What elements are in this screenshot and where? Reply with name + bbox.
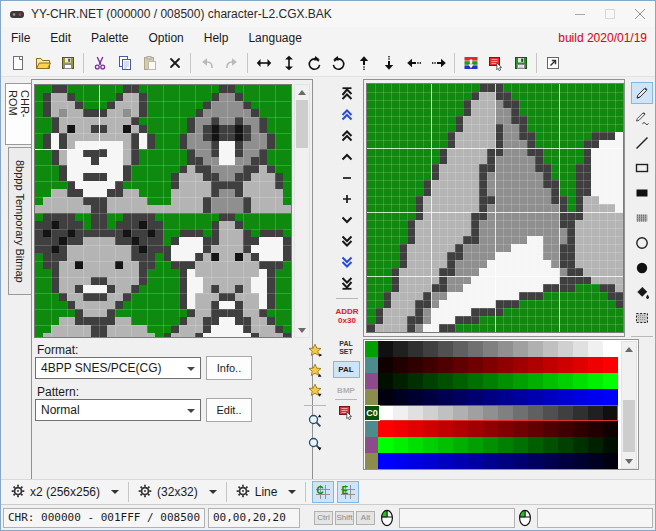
palette-color-cell[interactable] (558, 389, 573, 405)
palette-color-cell[interactable] (573, 437, 588, 453)
palette-color-cell[interactable] (438, 357, 453, 373)
palette-color-cell[interactable] (423, 357, 438, 373)
tool-fill-bucket-button[interactable] (631, 282, 653, 304)
palette-color-cell[interactable] (543, 405, 558, 421)
palette-color-cell[interactable] (378, 357, 393, 373)
toolbar-rotate-right-button[interactable] (326, 51, 351, 75)
palette-color-cell[interactable] (498, 421, 513, 437)
toolbar-save-image-button[interactable] (508, 51, 533, 75)
bookmark-down-button[interactable] (303, 381, 327, 400)
toolbar-shift-up-button[interactable] (351, 51, 376, 75)
palette-color-cell[interactable] (468, 405, 483, 421)
toolbar-shift-down-button[interactable] (376, 51, 401, 75)
palette-color-cell[interactable] (543, 421, 558, 437)
palette-color-cell[interactable] (483, 389, 498, 405)
palette-color-cell[interactable] (588, 341, 603, 357)
toolbar-rgb-shift-button[interactable] (458, 51, 483, 75)
palette-color-cell[interactable] (558, 357, 573, 373)
palette-color-cell[interactable] (528, 421, 543, 437)
addr-top-button[interactable] (335, 84, 359, 104)
palette-color-cell[interactable] (543, 437, 558, 453)
palette-color-cell[interactable] (453, 453, 468, 469)
palette-color-cell[interactable] (483, 357, 498, 373)
palette-color-cell[interactable] (483, 405, 498, 421)
toolbar-shift-right-button[interactable] (426, 51, 451, 75)
palette-color-cell[interactable] (438, 453, 453, 469)
palette-color-cell[interactable] (378, 453, 393, 469)
toolbar-open-button[interactable] (30, 51, 55, 75)
palette-row-header[interactable] (365, 453, 378, 469)
palette-color-cell[interactable] (603, 357, 618, 373)
palette-color-cell[interactable] (423, 437, 438, 453)
palette-color-cell[interactable] (408, 453, 423, 469)
palette-scrollbar[interactable] (621, 341, 637, 469)
palette-color-cell[interactable] (603, 421, 618, 437)
palette-color-cell[interactable] (393, 405, 408, 421)
scroll-up-icon[interactable] (295, 85, 309, 99)
palette-color-cell[interactable] (408, 341, 423, 357)
palette-color-cell[interactable] (483, 437, 498, 453)
palette-row-header[interactable] (365, 341, 378, 357)
palette-color-cell[interactable] (513, 357, 528, 373)
palette-color-cell[interactable] (453, 373, 468, 389)
palette-color-cell[interactable] (468, 453, 483, 469)
chr-scroll-thumb[interactable] (296, 100, 308, 148)
palette-color-cell[interactable] (513, 405, 528, 421)
palette-color-cell[interactable] (513, 341, 528, 357)
tool-ellipse-fill-button[interactable] (631, 257, 653, 279)
tool-ellipse-outline-button[interactable] (631, 232, 653, 254)
palette-color-cell[interactable] (603, 341, 618, 357)
palette-color-cell[interactable] (543, 389, 558, 405)
palette-color-cell[interactable] (588, 453, 603, 469)
palette-color-cell[interactable] (528, 357, 543, 373)
close-button[interactable] (625, 1, 655, 27)
palette-color-cell[interactable] (498, 389, 513, 405)
palette-color-cell[interactable] (573, 357, 588, 373)
palette-color-cell[interactable] (528, 389, 543, 405)
toolbar-flip-h-button[interactable] (251, 51, 276, 75)
addr-up-fast-button[interactable] (335, 105, 359, 125)
palette-color-cell[interactable] (588, 421, 603, 437)
palette-row-header[interactable] (365, 389, 378, 405)
palette-color-cell[interactable] (498, 405, 513, 421)
bmp-mode-button[interactable]: BMP (337, 386, 355, 395)
palette-color-cell[interactable] (513, 421, 528, 437)
palette-color-cell[interactable] (393, 453, 408, 469)
toolbar-external-window-button[interactable] (540, 51, 565, 75)
toolbar-flip-v-button[interactable] (276, 51, 301, 75)
palette-color-cell[interactable] (393, 389, 408, 405)
zoom-out-button[interactable] (303, 433, 327, 455)
palette-color-cell[interactable] (453, 437, 468, 453)
palette-color-cell[interactable] (528, 453, 543, 469)
palette-color-cell[interactable] (573, 453, 588, 469)
tile-size-dropdown[interactable]: (32x32) (132, 484, 223, 501)
palette-color-cell[interactable] (423, 421, 438, 437)
tool-pen-dither-button[interactable] (631, 107, 653, 129)
palette-color-cell[interactable] (393, 341, 408, 357)
addr-minus-button[interactable] (335, 168, 359, 188)
palette-color-cell[interactable] (603, 405, 618, 421)
format-dropdown[interactable]: 4BPP SNES/PCE(CG) (35, 357, 201, 379)
palette-color-cell[interactable] (468, 373, 483, 389)
menu-item-edit[interactable]: Edit (40, 27, 81, 49)
toolbar-undo-button[interactable] (194, 51, 219, 75)
palette-color-cell[interactable] (378, 405, 393, 421)
addr-down-button[interactable] (335, 210, 359, 230)
palette-color-cell[interactable] (603, 373, 618, 389)
palette-color-cell[interactable] (378, 437, 393, 453)
menu-item-language[interactable]: Language (238, 27, 311, 49)
palette-color-cell[interactable] (558, 421, 573, 437)
palette-row-header[interactable] (365, 421, 378, 437)
tab-8bpp-temporary-bitmap[interactable]: 8bppp Temporary Bitmap (8, 147, 31, 295)
toolbar-paste-button[interactable] (137, 51, 162, 75)
palette-color-cell[interactable] (423, 405, 438, 421)
palette-color-cell[interactable] (513, 373, 528, 389)
palette-color-cell[interactable] (558, 373, 573, 389)
addr-up-button[interactable] (335, 147, 359, 167)
palette-color-cell[interactable] (543, 373, 558, 389)
pal-mode-button[interactable]: PAL (333, 361, 360, 378)
palette-color-cell[interactable] (438, 437, 453, 453)
palette-color-cell[interactable] (483, 373, 498, 389)
palette-color-cell[interactable] (468, 421, 483, 437)
palette-color-cell[interactable] (468, 341, 483, 357)
